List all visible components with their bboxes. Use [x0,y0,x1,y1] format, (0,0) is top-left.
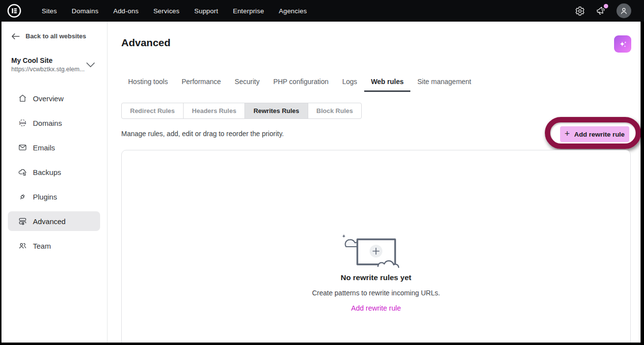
server-gear-icon [18,216,27,226]
subtab-headers-rules[interactable]: Headers Rules [183,103,245,119]
sidebar-item-plugins[interactable]: Plugins [8,187,100,206]
home-icon [18,93,27,103]
empty-state: No rewrite rules yet Create patterns to … [122,150,630,313]
tab-web-rules[interactable]: Web rules [364,73,411,92]
tab-hosting-tools[interactable]: Hosting tools [121,73,175,92]
globe-www-icon: www [18,118,27,128]
topnav-sites[interactable]: Sites [34,7,64,15]
rule-type-switcher: Redirect Rules Headers Rules Rewrites Ru… [121,103,362,119]
topnav-enterprise[interactable]: Enterprise [225,7,271,15]
rules-description: Manage rules, add, edit or drag to reord… [121,130,284,138]
envelope-icon [18,143,27,152]
tabs: Hosting tools Performance Security PHP c… [121,73,478,92]
empty-state-illustration [339,233,413,268]
topnav-services[interactable]: Services [146,7,187,15]
notification-dot [604,4,608,8]
add-rewrite-rule-button[interactable]: + Add rewrite rule [560,126,629,142]
app-shell: Back to all websites My Cool Site https:… [1,22,641,343]
sidebar-item-emails[interactable]: Emails [8,138,100,157]
tab-security[interactable]: Security [228,73,267,92]
subtab-redirect-rules[interactable]: Redirect Rules [121,103,184,119]
topbar: Sites Domains Add-ons Services Support E… [0,0,644,22]
sidebar-nav: Overview www Domains Emails [1,88,107,256]
sidebar-item-backups[interactable]: Backups [8,162,100,182]
sidebar-item-label: Advanced [33,217,66,226]
tab-php-configuration[interactable]: PHP configuration [267,73,336,92]
back-to-all-websites-link[interactable]: Back to all websites [11,32,107,40]
sidebar-item-label: Backups [33,168,61,176]
screenshot-frame: Sites Domains Add-ons Services Support E… [0,0,644,345]
sidebar-item-label: Domains [33,119,62,127]
main-content: Advanced Hosting tools Performance Secur… [107,22,641,343]
sidebar-item-label: Plugins [33,193,57,201]
sidebar-item-label: Team [33,242,51,250]
site-url: https://vcwbztkx.stg.elem... [11,66,84,73]
topnav-add-ons[interactable]: Add-ons [106,7,146,15]
back-link-label: Back to all websites [26,32,86,40]
elementor-logo-icon[interactable] [7,3,22,18]
sparkles-icon [617,39,628,50]
announcements-megaphone-icon[interactable] [595,5,606,16]
user-avatar[interactable] [617,3,631,18]
page-title: Advanced [121,37,170,49]
sidebar-item-domains[interactable]: www Domains [8,113,100,133]
subtab-rewrites-rules[interactable]: Rewrites Rules [244,103,308,119]
topnav: Sites Domains Add-ons Services Support E… [34,7,314,15]
plus-icon: + [564,129,570,138]
sidebar: Back to all websites My Cool Site https:… [1,22,107,343]
sidebar-item-overview[interactable]: Overview [8,88,100,108]
subtab-block-rules[interactable]: Block Rules [308,103,362,119]
topbar-right [574,3,637,18]
tab-performance[interactable]: Performance [175,73,228,92]
chevron-down-icon [86,62,95,68]
tab-logs[interactable]: Logs [335,73,364,92]
plug-icon [18,192,27,201]
people-icon [18,241,27,251]
sidebar-item-advanced[interactable]: Advanced [8,211,100,231]
site-selector[interactable]: My Cool Site https://vcwbztkx.stg.elem..… [11,57,95,73]
add-rewrite-rule-label: Add rewrite rule [574,131,625,138]
add-rewrite-rule-link[interactable]: Add rewrite rule [351,304,401,312]
empty-state-subtitle: Create patterns to rewrite incoming URLs… [122,289,630,297]
sidebar-item-label: Emails [33,144,55,152]
empty-state-title: No rewrite rules yet [122,273,630,282]
settings-gear-icon[interactable] [574,5,585,16]
topnav-agencies[interactable]: Agencies [271,7,314,15]
site-name: My Cool Site [11,57,84,64]
sidebar-item-team[interactable]: Team [8,236,100,256]
topnav-support[interactable]: Support [187,7,226,15]
svg-text:www: www [19,121,26,124]
ai-assistant-button[interactable] [614,35,631,53]
back-arrow-icon [11,33,20,40]
rewrite-rules-empty-card: No rewrite rules yet Create patterns to … [121,150,631,343]
topnav-domains[interactable]: Domains [64,7,106,15]
tab-site-management[interactable]: Site management [410,73,478,92]
sidebar-item-label: Overview [33,94,64,103]
cloud-sync-icon [18,167,27,177]
